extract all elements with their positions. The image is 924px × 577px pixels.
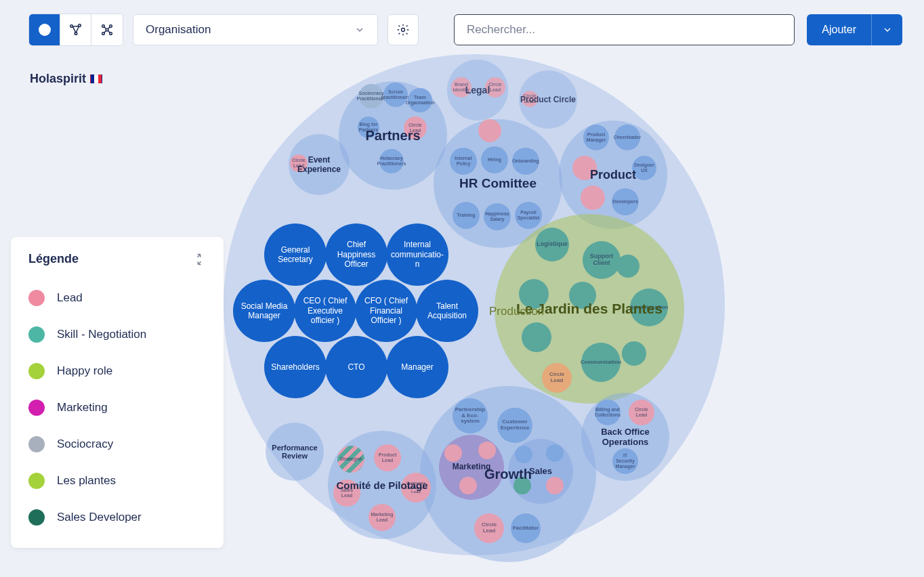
legend-item[interactable]: Les plantes [28, 463, 206, 499]
circle-product[interactable]: Product Product Manager Cheerleader Desi… [559, 121, 667, 229]
circle-event-experience[interactable]: Event Experience Circle Lead [289, 134, 350, 195]
scope-select[interactable]: Organisation [133, 14, 378, 45]
mini-node[interactable] [478, 119, 501, 142]
legend-item[interactable]: Sociocracy [28, 426, 206, 463]
role-node[interactable]: General Secretary [264, 223, 327, 286]
mini-node[interactable] [522, 322, 551, 352]
role-node[interactable]: CEO ( Chief Executive officier ) [294, 280, 356, 342]
svg-point-1 [41, 26, 45, 30]
role-node[interactable]: Talent Acquisition [416, 280, 478, 342]
mini-node[interactable]: Brand Identity [451, 77, 471, 98]
add-button[interactable]: Ajouter [807, 14, 871, 45]
circle-partners[interactable]: Partners Sociocracy Practitioners Scrum … [339, 81, 447, 190]
mini-node[interactable] [581, 186, 605, 210]
legend-dot [28, 436, 45, 452]
mini-node[interactable] [546, 444, 564, 462]
mini-node[interactable] [444, 444, 462, 462]
mini-node[interactable]: Product Lead [374, 444, 401, 471]
legend-item[interactable]: Sales Developer [28, 499, 206, 536]
circle-performance[interactable]: Performance Review [266, 423, 324, 481]
mini-node[interactable]: Scrum practitioners [383, 83, 408, 107]
mini-node[interactable]: Circle Lead [522, 91, 538, 107]
legend-item[interactable]: Skill - Negotiation [28, 316, 206, 353]
circle-legal[interactable]: Legal Brand Identity Circle Lead [447, 60, 508, 121]
mini-node[interactable]: Onboarding [512, 148, 539, 175]
mini-node[interactable]: Circle Lead [542, 363, 572, 393]
circle-sales[interactable]: Sales [508, 439, 573, 504]
mini-node[interactable]: Marketing Lead [369, 504, 396, 531]
mini-node[interactable]: Strategist [337, 446, 364, 473]
mini-node[interactable]: Blog for Partners [358, 116, 379, 138]
role-node[interactable]: Social Media Manager [233, 280, 295, 342]
mini-node[interactable]: Circle Lead [404, 116, 427, 140]
svg-point-11 [402, 28, 405, 32]
mini-node[interactable]: Customer Experience Lead [401, 473, 431, 503]
mini-node[interactable] [569, 282, 596, 309]
mini-node[interactable]: Happiness Salary [484, 203, 511, 230]
mini-node[interactable]: Payroll Specialist [515, 202, 542, 229]
mini-node[interactable]: Customer Experience [497, 408, 532, 443]
mini-node[interactable]: Partnership & Eco-system [453, 398, 488, 433]
mini-node[interactable]: Sociocracy Practitioners [359, 84, 383, 108]
mini-node[interactable]: Circle Lead [485, 77, 505, 98]
circle-product-circle[interactable]: Product Circle Circle Lead [519, 70, 577, 129]
mini-node[interactable] [572, 156, 597, 180]
mini-node[interactable]: Facilitator [511, 513, 541, 543]
mini-node[interactable] [515, 446, 532, 463]
circle-backoffice[interactable]: Back Office Operations Billing and Colle… [581, 393, 669, 481]
search-input[interactable] [454, 14, 795, 45]
mini-node[interactable] [459, 477, 477, 494]
view-network-button[interactable] [60, 14, 91, 45]
mini-node[interactable]: IT Security Manager [612, 448, 638, 474]
settings-button[interactable] [387, 14, 419, 45]
mini-node[interactable]: Support Client [583, 241, 621, 279]
role-node[interactable]: Shareholders [264, 336, 327, 398]
chevron-down-icon [882, 24, 893, 35]
mini-node[interactable]: Training [453, 202, 480, 229]
breadcrumb[interactable]: Holaspirit [30, 72, 102, 86]
mini-node[interactable] [616, 255, 639, 278]
role-node[interactable]: Chief Happiness Officer [325, 223, 387, 286]
mini-node[interactable]: Internal Policy [450, 148, 477, 175]
mini-node[interactable]: Administration [630, 288, 668, 326]
legend-label: Lead [57, 291, 83, 305]
circle-marketing[interactable]: Marketing [439, 435, 504, 500]
mini-node[interactable]: Billing and Collections [595, 400, 621, 425]
mini-node[interactable]: Product Manager [583, 125, 609, 150]
mini-node[interactable]: Cheerleader [614, 125, 640, 150]
add-dropdown-button[interactable] [871, 14, 902, 45]
legend-panel: Légende LeadSkill - NegotiationHappy rol… [11, 237, 224, 548]
role-node[interactable]: CFO ( Chief Financial Officier ) [355, 280, 417, 342]
legend-item[interactable]: Lead [28, 280, 206, 316]
role-node[interactable]: Internal communicatio-n [386, 223, 448, 286]
view-circles-button[interactable] [29, 14, 60, 45]
mini-node[interactable]: Circle Lead [474, 513, 504, 543]
flag-icon [90, 74, 102, 83]
circle-growth[interactable]: Growth Partnership & Eco-system Customer… [420, 386, 596, 562]
mini-node[interactable]: Sales Lead [333, 479, 360, 507]
mini-node[interactable]: Developers [612, 188, 639, 215]
mini-node[interactable] [519, 279, 549, 309]
circle-jardin[interactable]: Production Le Jardin des Plantes Logisti… [495, 214, 684, 404]
mini-node[interactable] [622, 341, 646, 366]
mini-node[interactable]: Logistique [535, 228, 569, 261]
mini-node[interactable] [546, 477, 564, 494]
collapse-icon[interactable] [192, 253, 206, 266]
circle-comite[interactable]: Comité de Pilotage Strategist Product Le… [328, 431, 436, 539]
mini-node[interactable]: Holacracy Practitioners [379, 149, 404, 173]
mini-node[interactable] [513, 477, 531, 494]
mini-node[interactable]: Designer UX [632, 156, 656, 180]
role-node[interactable]: Manager [386, 336, 448, 398]
mini-node[interactable] [478, 442, 496, 459]
mini-node[interactable]: Hiring [481, 146, 508, 173]
legend-label: Happy role [57, 364, 112, 378]
view-graph-button[interactable] [91, 14, 123, 45]
role-node[interactable]: CTO [325, 336, 387, 398]
org-diagram[interactable]: Partners Sociocracy Practitioners Scrum … [224, 54, 725, 576]
legend-item[interactable]: Happy role [28, 353, 206, 389]
mini-node[interactable]: Circle Lead [629, 400, 654, 425]
mini-node[interactable]: Communication [581, 343, 621, 382]
mini-node[interactable]: Team Organisation [408, 88, 432, 112]
legend-item[interactable]: Marketing [28, 389, 206, 426]
mini-node[interactable]: Circle Lead [290, 154, 308, 172]
